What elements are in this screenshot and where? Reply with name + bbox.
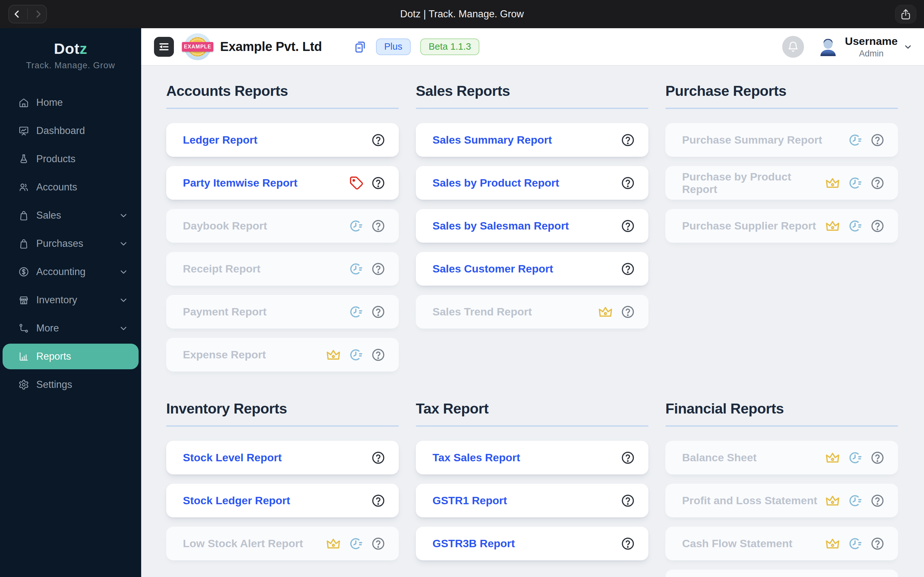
report-link: Low Stock Alert Report [183, 537, 303, 550]
sidebar-item-home[interactable]: Home [0, 89, 141, 117]
section-title: Accounts Reports [166, 83, 399, 99]
report-card-gstr1-report[interactable]: GSTR1 Report [416, 484, 648, 517]
brand-logo: Dotz [0, 40, 141, 57]
report-link: Expense Report [183, 348, 266, 361]
card-status-icons [326, 536, 385, 551]
user-menu-chevron[interactable] [903, 42, 913, 52]
report-card-profit-and-loss-statement: Profit and Loss Statement [666, 484, 898, 517]
sidebar-item-more[interactable]: More [0, 314, 141, 342]
help-circle-icon[interactable] [371, 176, 385, 190]
report-card-sales-by-product-report[interactable]: Sales by Product Report [416, 166, 648, 200]
premium-crown-icon [326, 347, 341, 363]
report-card-gstr3b-report[interactable]: GSTR3B Report [416, 527, 648, 560]
route-icon [18, 323, 29, 334]
back-button[interactable] [11, 9, 23, 19]
report-card-sales-customer-report[interactable]: Sales Customer Report [416, 252, 648, 285]
sidebar-item-accounting[interactable]: Accounting [0, 258, 141, 286]
forward-button[interactable] [33, 9, 44, 19]
help-circle-icon[interactable] [371, 219, 385, 233]
report-link[interactable]: Stock Level Report [183, 451, 282, 464]
coming-soon-clock-icon [848, 219, 863, 234]
help-circle-icon[interactable] [371, 537, 385, 551]
report-card-purchase-summary-report: Purchase Summary Report [666, 123, 898, 157]
card-status-icons [825, 450, 885, 466]
help-circle-icon[interactable] [621, 219, 635, 233]
report-link[interactable]: Tax Sales Report [433, 451, 520, 464]
report-link[interactable]: Party Itemwise Report [183, 177, 297, 189]
report-link[interactable]: Stock Ledger Report [183, 494, 290, 507]
sidebar-item-dashboard[interactable]: Dashboard [0, 117, 141, 145]
user-menu[interactable]: Username Admin [845, 35, 898, 59]
report-link[interactable]: Ledger Report [183, 134, 257, 146]
section-title: Tax Report [416, 400, 648, 417]
sidebar-item-inventory[interactable]: Inventory [0, 286, 141, 314]
sidebar-item-sales[interactable]: Sales [0, 201, 141, 229]
bag-icon [18, 210, 29, 221]
report-card-tax-sales-report[interactable]: Tax Sales Report [416, 441, 648, 474]
help-circle-icon[interactable] [371, 262, 385, 276]
sidebar-item-label: Sales [36, 210, 61, 221]
report-link[interactable]: Sales by Product Report [433, 177, 559, 189]
help-circle-icon[interactable] [871, 451, 885, 465]
report-card-stock-level-report[interactable]: Stock Level Report [166, 441, 399, 474]
section-underline [666, 425, 898, 427]
report-card-sales-by-salesman-report[interactable]: Sales by Salesman Report [416, 209, 648, 243]
help-circle-icon[interactable] [621, 262, 635, 276]
section-underline [416, 108, 648, 109]
sidebar-item-settings[interactable]: Settings [0, 371, 141, 399]
chart-icon [18, 351, 29, 362]
sidebar-item-label: Purchases [36, 238, 83, 250]
section-title: Purchase Reports [666, 83, 898, 99]
premium-crown-icon [825, 536, 840, 551]
page-title: Dotz | Track. Manage. Grow [0, 8, 924, 20]
report-card-ledger-report[interactable]: Ledger Report [166, 123, 399, 157]
report-link[interactable]: Sales Customer Report [433, 263, 553, 275]
section-underline [166, 108, 399, 109]
help-circle-icon[interactable] [371, 348, 385, 362]
help-circle-icon[interactable] [371, 494, 385, 508]
card-status-icons [621, 451, 635, 465]
help-circle-icon[interactable] [871, 176, 885, 190]
help-circle-icon[interactable] [871, 219, 885, 233]
help-circle-icon[interactable] [621, 494, 635, 508]
help-circle-icon[interactable] [621, 305, 635, 319]
report-card-expense-report: Expense Report [166, 338, 399, 372]
help-circle-icon[interactable] [371, 451, 385, 465]
report-link[interactable]: GSTR1 Report [433, 494, 507, 507]
help-circle-icon[interactable] [871, 494, 885, 508]
help-circle-icon[interactable] [871, 133, 885, 147]
report-link[interactable]: GSTR3B Report [433, 537, 515, 550]
report-card-party-itemwise-report[interactable]: Party Itemwise Report [166, 166, 399, 200]
report-card-stock-ledger-report[interactable]: Stock Ledger Report [166, 484, 399, 517]
sidebar-item-purchases[interactable]: Purchases [0, 229, 141, 258]
report-link: Payment Report [183, 306, 267, 318]
avatar[interactable] [817, 36, 838, 57]
help-circle-icon[interactable] [371, 133, 385, 147]
sidebar-item-reports[interactable]: Reports [3, 343, 139, 369]
report-card-sales-summary-report[interactable]: Sales Summary Report [416, 123, 648, 157]
report-link[interactable]: Sales by Salesman Report [433, 219, 569, 232]
browser-nav-controls [8, 5, 47, 23]
switch-company-button[interactable] [353, 39, 368, 54]
chevron-down-icon [119, 239, 128, 248]
report-link: Receipt Report [183, 263, 260, 275]
notifications-button[interactable] [782, 36, 804, 58]
section-underline [166, 425, 399, 427]
brand-tagline: Track. Manage. Grow [0, 61, 141, 71]
card-status-icons [621, 219, 635, 233]
sidebar-collapse-button[interactable] [154, 37, 174, 57]
sidebar-nav: HomeDashboardProductsAccountsSalesPurcha… [0, 89, 141, 399]
help-circle-icon[interactable] [621, 537, 635, 551]
help-circle-icon[interactable] [621, 451, 635, 465]
report-link[interactable]: Sales Summary Report [433, 134, 552, 146]
help-circle-icon[interactable] [371, 305, 385, 319]
help-circle-icon[interactable] [871, 537, 885, 551]
section-underline [666, 108, 898, 109]
bag-icon [18, 238, 29, 249]
share-button[interactable] [895, 5, 916, 23]
report-link: Daybook Report [183, 219, 267, 232]
help-circle-icon[interactable] [621, 176, 635, 190]
sidebar-item-products[interactable]: Products [0, 145, 141, 173]
sidebar-item-accounts[interactable]: Accounts [0, 173, 141, 201]
help-circle-icon[interactable] [621, 133, 635, 147]
